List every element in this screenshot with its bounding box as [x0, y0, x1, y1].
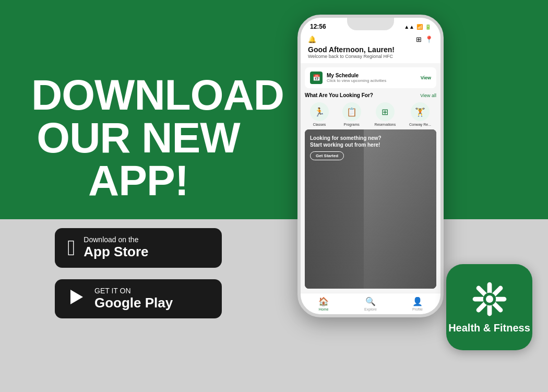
schedule-sub: Click to view upcoming activities [327, 78, 416, 83]
app-header: 🔔 ⊞ 📍 Good Afternoon, Lauren! Welcome ba… [301, 32, 440, 63]
status-icons: ▲▲ 📶 🔋 [404, 24, 431, 30]
google-play-small-text: GET IT ON [94, 287, 173, 295]
section-title: What Are You Looking For? [305, 92, 373, 98]
page-content: DOWNLOAD OUR NEW APP!  Download on the … [0, 0, 548, 392]
reservations-label: Reservations [374, 123, 396, 126]
phone-mockup: 12:56 ▲▲ 📶 🔋 🔔 ⊞ 📍 [297, 15, 444, 317]
app-store-button[interactable]:  Download on the App Store [55, 228, 222, 268]
health-fitness-badge: Health & Fitness [446, 264, 532, 350]
promo-section: Looking for something new?Start working … [305, 129, 436, 289]
schedule-card: 📅 My Schedule Click to view upcoming act… [305, 67, 436, 88]
phone-screen: 12:56 ▲▲ 📶 🔋 🔔 ⊞ 📍 [301, 18, 440, 314]
svg-marker-0 [70, 290, 83, 304]
schedule-title: My Schedule [327, 73, 416, 78]
conway-label: Conway Re... [409, 123, 431, 126]
nav-profile[interactable]: 👤 Profile [412, 296, 423, 311]
app-greeting: Good Afternoon, Lauren! [308, 45, 433, 54]
profile-label: Profile [412, 307, 423, 311]
home-label: Home [319, 307, 329, 311]
google-play-icon [67, 288, 86, 310]
health-fitness-text: Health & Fitness [448, 322, 530, 334]
programs-label: Programs [343, 123, 359, 126]
profile-icon: 👤 [412, 296, 423, 306]
promo-title: Looking for something new?Start working … [310, 135, 431, 148]
svg-point-6 [486, 295, 493, 303]
qr-icon: ⊞ [416, 35, 422, 43]
app-store-big-text: App Store [84, 244, 148, 260]
schedule-view-link[interactable]: View [421, 75, 431, 80]
location-icon: 📍 [425, 35, 433, 43]
app-header-icons: 🔔 ⊞ 📍 [308, 35, 433, 43]
nav-home[interactable]: 🏠 Home [318, 296, 329, 311]
google-play-button[interactable]: GET IT ON Google Play [55, 279, 222, 319]
app-nav: 🏠 Home 🔍 Explore 👤 Profile [301, 293, 440, 314]
app-subtitle: Welcome back to Conway Regional HFC [308, 54, 433, 59]
explore-icon: 🔍 [365, 296, 376, 306]
health-fitness-icon [471, 281, 508, 317]
category-row: 🏃 Classes 📋 Programs ⊞ Reservations [305, 102, 436, 126]
app-body: 📅 My Schedule Click to view upcoming act… [301, 63, 440, 293]
section-header: What Are You Looking For? View all [305, 91, 436, 99]
section-view-all[interactable]: View all [420, 93, 436, 98]
google-play-big-text: Google Play [94, 295, 173, 311]
classes-label: Classes [313, 123, 326, 126]
promo-text: Looking for something new?Start working … [310, 135, 431, 160]
bell-icon: 🔔 [308, 35, 316, 43]
nav-explore[interactable]: 🔍 Explore [364, 296, 377, 311]
app-store-small-text: Download on the [84, 235, 148, 244]
home-icon: 🏠 [318, 296, 329, 306]
conway-icon: 🏋 [411, 102, 430, 121]
explore-label: Explore [364, 307, 377, 311]
phone-outer: 12:56 ▲▲ 📶 🔋 🔔 ⊞ 📍 [297, 15, 444, 317]
store-buttons:  Download on the App Store GET IT ON Go… [31, 228, 245, 319]
category-reservations[interactable]: ⊞ Reservations [374, 102, 396, 126]
right-panel: 12:56 ▲▲ 📶 🔋 🔔 ⊞ 📍 [277, 0, 548, 392]
get-started-button[interactable]: Get Started [310, 151, 344, 160]
status-time: 12:56 [310, 23, 326, 30]
signal-icon: ▲▲ [404, 24, 414, 30]
category-programs[interactable]: 📋 Programs [342, 102, 361, 126]
battery-icon: 🔋 [425, 24, 431, 30]
reservations-icon: ⊞ [376, 102, 395, 121]
classes-icon: 🏃 [310, 102, 329, 121]
programs-icon: 📋 [342, 102, 361, 121]
apple-icon:  [67, 237, 75, 259]
main-headline: DOWNLOAD OUR NEW APP! [31, 74, 245, 202]
schedule-icon: 📅 [310, 72, 323, 84]
phone-notch [347, 18, 394, 30]
category-classes[interactable]: 🏃 Classes [310, 102, 329, 126]
wifi-icon: 📶 [416, 24, 423, 30]
left-panel: DOWNLOAD OUR NEW APP!  Download on the … [0, 0, 277, 392]
category-conway[interactable]: 🏋 Conway Re... [409, 102, 431, 126]
